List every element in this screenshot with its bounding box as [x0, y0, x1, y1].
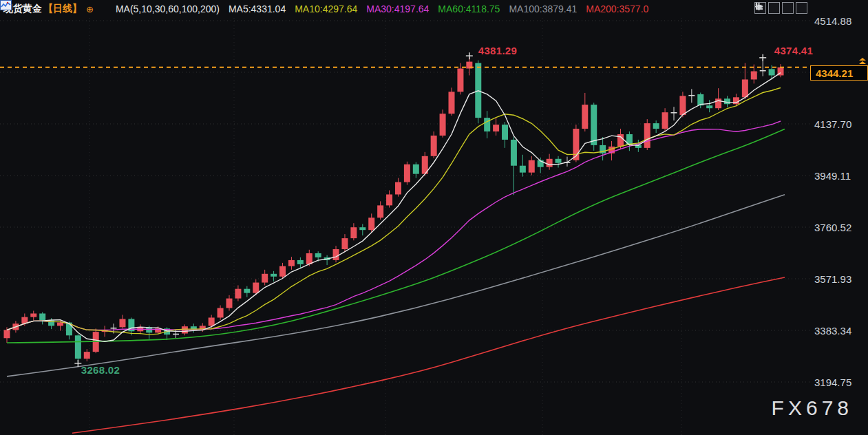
candle-body	[218, 308, 224, 318]
candle-body	[119, 319, 125, 327]
candle-body	[271, 274, 277, 277]
candle-body	[644, 123, 650, 148]
candle-body	[547, 159, 553, 167]
current-price-label: 4344.21	[810, 65, 868, 81]
candle-body	[404, 165, 410, 182]
candle-body	[315, 253, 321, 257]
ma30-line	[7, 121, 781, 330]
candle-body	[244, 289, 250, 293]
y-axis-label: 3571.93	[814, 273, 851, 285]
candle-body	[4, 330, 10, 338]
candle-body	[555, 159, 562, 163]
candle-body	[75, 335, 81, 359]
candle-body	[431, 136, 437, 156]
candle-body	[39, 313, 45, 320]
jump-to-latest-icon[interactable]	[796, 2, 807, 14]
candle-body	[742, 79, 748, 97]
candle-body	[449, 92, 455, 114]
fx678-watermark: FX678	[772, 396, 853, 420]
candle-body	[502, 125, 508, 140]
candle-body	[209, 317, 215, 326]
candle-body	[306, 253, 313, 264]
low-price-annotation: 3268.02	[81, 364, 120, 376]
chart-header: 现货黄金 【日线】 ⊕ MA(5,10,30,60,100,200) MA5:4…	[0, 0, 868, 18]
candle-body	[440, 114, 446, 136]
candle-body	[341, 238, 348, 249]
ma30-value: MA30:4197.64	[366, 3, 429, 14]
ma60-value: MA60:4118.75	[438, 3, 500, 14]
candle-body	[493, 125, 499, 131]
candle-body	[520, 166, 526, 173]
high-price-annotation: 4374.41	[774, 45, 813, 56]
candle-body	[57, 323, 63, 326]
candle-body	[253, 283, 259, 293]
timeframe-label[interactable]: 【日线】	[43, 3, 82, 15]
candlestick-chart-canvas[interactable]	[0, 0, 868, 435]
candle-body	[769, 69, 775, 75]
candle-body	[511, 140, 517, 166]
candle-body	[279, 266, 286, 277]
ma10-value: MA10:4297.64	[295, 3, 357, 14]
candle-body	[333, 249, 339, 260]
candle-body	[591, 105, 597, 145]
candle-body	[30, 313, 36, 317]
candle-body	[262, 274, 268, 283]
candle-body	[529, 160, 535, 173]
y-axis-label: 3383.34	[814, 325, 851, 337]
axis-play-icon[interactable]	[782, 2, 794, 14]
y-axis-label: 3194.75	[814, 376, 851, 388]
ma60-line	[7, 129, 785, 343]
candle-body	[724, 98, 730, 104]
candle-body	[706, 105, 712, 108]
ma200-value: MA200:3577.0	[586, 3, 648, 14]
trading-chart-window: 现货黄金 【日线】 ⊕ MA(5,10,30,60,100,200) MA5:4…	[0, 0, 868, 435]
candle-body	[653, 123, 659, 129]
candle-body	[484, 118, 490, 131]
candle-body	[715, 98, 721, 108]
axis-scale-icon[interactable]	[768, 2, 780, 14]
candle-body	[226, 299, 233, 308]
ma5-value: MA5:4331.04	[229, 3, 286, 14]
add-indicator-icon[interactable]: ⊕	[86, 4, 94, 14]
price-alert-icon[interactable]	[858, 58, 867, 64]
candle-body	[395, 182, 401, 195]
candle-body	[662, 112, 668, 129]
candle-body	[413, 165, 419, 174]
high-price-annotation: 4381.29	[478, 45, 517, 56]
ma-settings-label: MA(5,10,30,60,100,200)	[116, 3, 220, 14]
chart-toolbar	[754, 2, 807, 14]
ma200-line	[72, 277, 785, 433]
candle-body	[386, 194, 392, 205]
y-axis-label: 3949.11	[814, 170, 851, 182]
candle-body	[457, 69, 463, 92]
candle-body	[350, 227, 357, 238]
candle-body	[235, 289, 241, 299]
y-axis-label: 3760.52	[814, 222, 851, 233]
candle-body	[359, 227, 366, 230]
candle-body	[288, 260, 295, 266]
candle-body	[679, 96, 686, 115]
candle-body	[84, 352, 90, 359]
candle-body	[582, 105, 588, 129]
chart-style-icon[interactable]	[99, 4, 111, 14]
candle-body	[368, 218, 374, 230]
candle-body	[297, 260, 304, 264]
candle-body	[377, 205, 383, 218]
ma100-line	[7, 195, 785, 376]
y-axis-label: 4137.70	[814, 118, 851, 130]
ma100-value: MA100:3879.41	[509, 3, 577, 14]
candle-body	[751, 72, 757, 80]
